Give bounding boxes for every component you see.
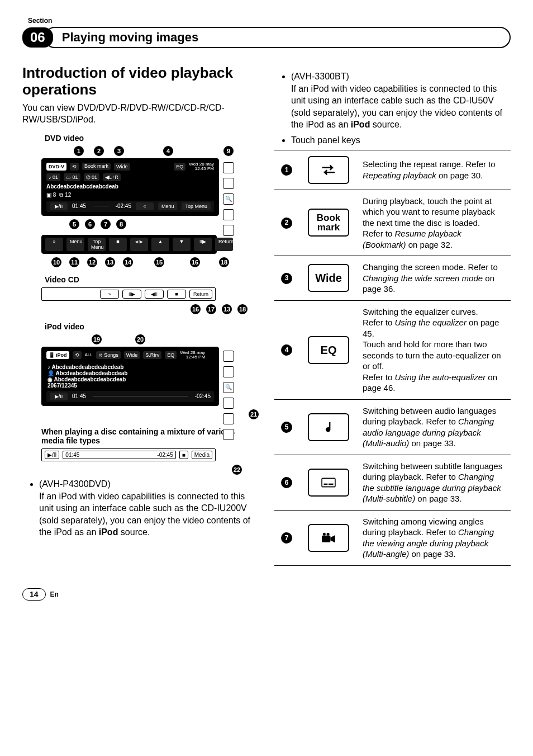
lr-chip: ◀L+R [103,173,121,181]
callout-7: 7 [101,219,111,229]
callout-18: 18 [219,257,229,267]
side-icon-2: ▦ [223,178,234,189]
touch-keys-table: 1Selecting the repeat range. Refer to Re… [274,150,511,566]
callout-21: 21 [249,409,259,419]
key-desc-2: During playback, touch the point at whic… [358,190,511,256]
section-header: 06 Playing moving images [22,27,511,48]
ipod-count: 2067/12345 [47,382,213,389]
page-footer: 14 En [22,588,511,601]
wide-chip: Wide [114,163,130,171]
ipod-srtrv: S.Rtrv [143,351,161,359]
callout-v13: 13 [222,304,232,314]
ipod-rem: -02:45 [195,393,211,399]
key-num-1: 1 [281,164,292,176]
page-number: 14 [22,588,46,601]
section-title: Playing moving images [62,30,199,45]
bookmark-chip: Book mark [82,163,111,170]
key-icon-2: Bookmark [308,209,349,237]
callout-3: 3 [114,146,124,156]
mix-stop: ■ [179,451,188,459]
eq-chip: EQ [174,163,185,171]
left-bullet-1: (AVH-P4300DVD) If an iPod with video cap… [39,478,259,538]
vcd-arrow: » [100,290,119,299]
left-bullet-list: (AVH-P4300DVD) If an iPod with video cap… [22,478,259,538]
right-model: (AVH-3300BT) [291,72,349,81]
key-row-4: 4EQSwitching the equalizer curves.Refer … [274,300,511,399]
right-bullet-1: (AVH-3300BT) If an iPod with video capab… [291,70,511,131]
repeat-chip: ⟲ [70,163,79,171]
callout-8: 8 [116,219,126,229]
vcd-heading: Video CD [45,275,259,284]
time-rem: -02:45 [116,203,131,209]
ipod-wide: Wide [124,351,140,359]
clock-time: 12:45 PM [195,166,214,171]
dvd-diagram: 1 2 3 4 9 DVD-V ⟲ Book mark Wide EQ [41,146,259,267]
title-info: ⧉ 12 [59,192,71,199]
key-num-7: 7 [281,532,292,544]
key-icon-5 [308,413,349,441]
vcd-return: Return [189,290,212,299]
left-model: (AVH-P4300DVD) [39,479,111,489]
callout-19: 19 [92,334,102,344]
ipod-side-3: 🔍 [223,382,234,393]
mix-cur: 01:45 [65,452,79,458]
page-lang: En [50,590,59,598]
svg-point-4 [323,532,326,535]
callout-v18: 18 [237,304,248,314]
source-label: DVD-V [46,163,66,171]
callout-2: 2 [94,146,104,156]
vcd-stop: ■ [167,290,186,299]
ipod-side-1: ↗ [223,351,234,362]
ipod-repeat: ⟲ [73,351,82,359]
ipod-side-2: ▦ [223,366,234,377]
callout-16: 16 [190,257,200,267]
ipod-side-5: ◎ [223,413,234,424]
callout-11: 11 [69,257,79,267]
right-bold: iPod [351,120,370,129]
ipod-diagram: 19 20 📱 iPod ⟲ ALL ⤭ Songs Wide S.Rtrv E… [41,334,259,419]
section-title-wrap: Playing moving images [44,27,511,48]
key-icon-4: EQ [308,336,349,364]
callout-4: 4 [163,146,173,156]
key-desc-4: Switching the equalizer curves.Refer to … [358,300,511,399]
down-btn: ▼ [173,238,191,251]
left-column: Introduction of video playback operation… [22,65,259,566]
sub-chip: ▭ 01 [64,173,80,181]
side-icon-4: 🗑 [223,209,234,220]
side-icon-5: ◎ [223,225,234,236]
right-bullet-list: (AVH-3300BT) If an iPod with video capab… [274,70,511,147]
svg-rect-1 [324,483,328,485]
svg-point-5 [327,532,330,535]
callout-9: 9 [223,146,234,156]
key-num-6: 6 [281,477,292,488]
key-desc-1: Selecting the repeat range. Refer to Rep… [358,150,511,190]
up-btn: ▲ [151,238,169,251]
back-btn: « [136,202,154,210]
play-pause: ▶/II [50,202,68,210]
stop-btn: ■ [109,238,127,251]
svg-rect-2 [329,483,334,485]
key-num-2: 2 [281,218,292,229]
key-row-6: 6Switching between subtitle languages du… [274,455,511,510]
key-icon-7 [308,524,349,552]
arrow-btn: » [45,238,63,251]
mix-rem: -02:45 [157,452,173,458]
key-num-5: 5 [281,422,292,433]
callout-22: 22 [232,465,242,475]
callout-10: 10 [51,257,61,267]
right-column: (AVH-3300BT) If an iPod with video capab… [274,65,511,566]
key-row-2: 2BookmarkDuring playback, touch the poin… [274,190,511,256]
ipod-line3: ◉ Abcdeabcdeabcdeabcdeab [47,376,213,382]
ipod-screen: 📱 iPod ⟲ ALL ⤭ Songs Wide S.Rtrv EQ Wed … [41,347,219,406]
key-icon-1 [308,156,349,184]
svg-rect-3 [322,535,330,542]
menu-btn: Menu [158,202,178,210]
ipod-line1: ♪ Abcdeabcdeabcdeabcdeab [47,364,213,370]
fwd-btn: II▶ [194,238,212,251]
mixture-bar: ▶/II 01:45 -02:45 ■ Media [41,448,216,461]
dvd-screen: DVD-V ⟲ Book mark Wide EQ Wed 28 may 12:… [41,158,219,216]
vcd-back: ◀II [145,290,164,299]
section-label: Section [28,17,511,25]
key-row-3: 3WideChanging the screen mode. Refer to … [274,256,511,301]
svg-rect-0 [322,478,335,486]
